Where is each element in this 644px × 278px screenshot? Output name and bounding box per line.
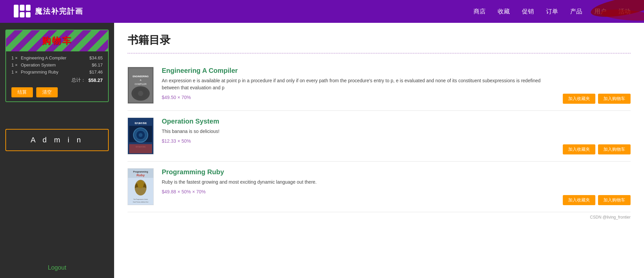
cart-total-row: 总计： $58.27 — [11, 77, 103, 83]
book-cover-ruby: Programming Ruby The Programmer's Guide … — [128, 168, 154, 205]
logo-icon — [13, 4, 31, 19]
cart-title: 购物车 — [42, 36, 72, 46]
nav-products[interactable]: 产品 — [570, 7, 582, 15]
wishlist-btn-engineering[interactable]: 加入收藏夹 — [563, 94, 595, 104]
svg-text:A: A — [140, 79, 142, 81]
addcart-btn-engineering[interactable]: 加入购物车 — [598, 94, 631, 104]
cart-container: 购物车 1 × Engineering A Compiler $34.65 1 … — [5, 30, 109, 102]
cart-item-price-2: $6.17 — [92, 62, 103, 67]
book-item-engineering: ENGINEERING A COMPILER Engineering A Com… — [128, 60, 631, 111]
svg-text:现代操作系统: 现代操作系统 — [134, 122, 147, 124]
book-item-ruby: Programming Ruby The Programmer's Guide … — [128, 161, 631, 212]
cart-total-value: $58.27 — [88, 78, 103, 83]
book-actions-engineering: 加入收藏夹 加入购物车 — [563, 94, 631, 104]
cart-item-price-3: $17.46 — [89, 70, 103, 75]
wishlist-btn-ruby[interactable]: 加入收藏夹 — [563, 195, 595, 205]
cart-total-label: 总计： — [71, 77, 86, 83]
cart-item-price-1: $34.65 — [89, 55, 103, 60]
nav-events[interactable]: 活动 — [618, 7, 631, 15]
svg-rect-3 — [20, 12, 24, 17]
cart-header: 购物车 — [6, 30, 108, 51]
book-desc-opsys: This banana is so delicious! — [162, 128, 555, 135]
nav-shop[interactable]: 商店 — [474, 7, 486, 15]
book-price-engineering: $49.50 × 70% — [162, 95, 555, 100]
book-title-ruby: Programming Ruby — [162, 168, 555, 176]
svg-rect-4 — [26, 12, 31, 17]
svg-point-20 — [139, 133, 143, 137]
book-title-engineering: Engineering A Compiler — [162, 67, 555, 75]
cart-item-2: 1 × Operation System $6.17 — [11, 62, 103, 67]
addcart-btn-opsys[interactable]: 加入购物车 — [598, 144, 631, 154]
nav-users[interactable]: 用户 — [594, 7, 606, 15]
logout-link[interactable]: Logout — [5, 254, 109, 271]
book-desc-ruby: Ruby is the fastest growing and most exc… — [162, 179, 555, 186]
book-actions-opsys: 加入收藏夹 加入购物车 — [563, 144, 631, 154]
svg-text:ENGINEERING: ENGINEERING — [133, 75, 149, 78]
nav-wishlist[interactable]: 收藏 — [498, 7, 510, 15]
cart-item-qty-3: 1 × — [11, 70, 19, 75]
svg-rect-22 — [129, 144, 152, 153]
checkout-button[interactable]: 结算 — [11, 87, 33, 97]
admin-box: A d m i n — [5, 129, 109, 151]
book-price-opsys: $12.33 × 50% — [162, 138, 555, 144]
book-actions-ruby: 加入收藏夹 加入购物车 — [563, 195, 631, 205]
cart-item-name-3: Programming Ruby — [21, 70, 88, 75]
book-info-ruby: Programming Ruby Ruby is the fastest gro… — [162, 168, 555, 194]
cart-item-name-2: Operation System — [21, 62, 90, 67]
svg-point-14 — [138, 91, 143, 96]
content-divider — [128, 53, 631, 53]
cart-actions: 结算 清空 — [11, 87, 103, 97]
cart-item-1: 1 × Engineering A Compiler $34.65 — [11, 55, 103, 60]
svg-text:David Thomas ● Andrew Hunt: David Thomas ● Andrew Hunt — [133, 201, 148, 203]
book-item-opsys: 现代操作系统 现代操作系统 Operation System This bana… — [128, 111, 631, 161]
book-info-opsys: Operation System This banana is so delic… — [162, 118, 555, 144]
book-cover-engineering: ENGINEERING A COMPILER — [128, 67, 154, 104]
svg-rect-1 — [20, 5, 24, 11]
nav-orders[interactable]: 订单 — [546, 7, 558, 15]
sidebar: 购物车 1 × Engineering A Compiler $34.65 1 … — [0, 23, 114, 278]
book-desc-engineering: An expression e is available at point p … — [162, 77, 555, 91]
logo-area: 魔法补完計画 — [13, 4, 83, 19]
book-title-opsys: Operation System — [162, 118, 555, 125]
cart-item-name-1: Engineering A Compiler — [21, 55, 88, 60]
main-nav: 商店 收藏 促销 订单 产品 用户 活动 — [474, 7, 631, 15]
footer-note: CSDN @living_frontier — [128, 212, 631, 221]
svg-text:Ruby: Ruby — [137, 173, 145, 177]
book-price-ruby: $49.88 × 50% × 70% — [162, 189, 555, 194]
svg-text:COMPILER: COMPILER — [135, 83, 147, 85]
cart-item-3: 1 × Programming Ruby $17.46 — [11, 70, 103, 75]
svg-rect-2 — [26, 5, 31, 11]
svg-text:The Programmer's Guide: The Programmer's Guide — [133, 198, 148, 200]
wishlist-btn-opsys[interactable]: 加入收藏夹 — [563, 144, 595, 154]
cart-item-qty-1: 1 × — [11, 55, 19, 60]
cart-body: 1 × Engineering A Compiler $34.65 1 × Op… — [6, 51, 108, 101]
svg-point-28 — [137, 180, 144, 188]
book-cover-opsys: 现代操作系统 现代操作系统 — [128, 118, 154, 154]
clear-cart-button[interactable]: 清空 — [36, 87, 58, 97]
page-title: 书籍目录 — [128, 33, 631, 48]
svg-rect-0 — [14, 5, 18, 17]
nav-promo[interactable]: 促销 — [522, 7, 534, 15]
header: 魔法补完計画 商店 收藏 促销 订单 产品 用户 活动 — [0, 0, 644, 23]
admin-label: A d m i n — [31, 136, 84, 144]
content-area: 书籍目录 ENGINEERING A COMPILER — [114, 23, 644, 278]
main-layout: 购物车 1 × Engineering A Compiler $34.65 1 … — [0, 23, 644, 278]
book-info-engineering: Engineering A Compiler An expression e i… — [162, 67, 555, 100]
logo-title: 魔法补完計画 — [35, 6, 83, 16]
addcart-btn-ruby[interactable]: 加入购物车 — [598, 195, 631, 205]
cart-item-qty-2: 1 × — [11, 62, 19, 67]
